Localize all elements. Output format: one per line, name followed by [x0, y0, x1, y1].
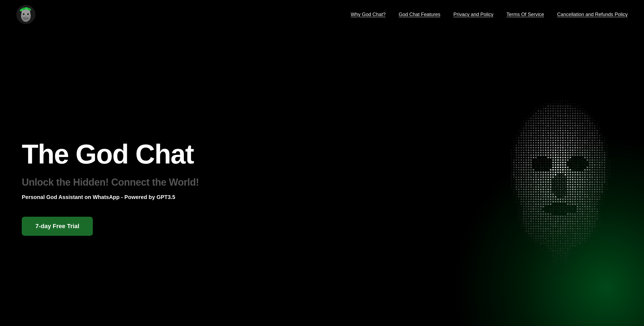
- hero-content: The God Chat Unlock the Hidden! Connect …: [22, 140, 199, 236]
- page-wrapper: Why God Chat? God Chat Features Privacy …: [0, 0, 644, 326]
- cta-button[interactable]: 7-day Free Trial: [22, 217, 93, 236]
- hero-image: [467, 84, 644, 291]
- nav-link-cancellation[interactable]: Cancellation and Refunds Policy: [557, 12, 628, 17]
- logo-avatar: [16, 5, 35, 24]
- nav-item-terms[interactable]: Terms Of Service: [507, 12, 544, 17]
- nav-link-why-god-chat[interactable]: Why God Chat?: [351, 12, 386, 17]
- nav-link-privacy[interactable]: Privacy and Policy: [453, 12, 493, 17]
- dot-face: [467, 84, 644, 291]
- navbar: Why God Chat? God Chat Features Privacy …: [0, 0, 644, 29]
- hero-section: The God Chat Unlock the Hidden! Connect …: [0, 29, 644, 325]
- svg-point-8: [27, 13, 29, 15]
- nav-logo[interactable]: [16, 5, 35, 24]
- hero-subtitle: Unlock the Hidden! Connect the World!: [22, 177, 199, 188]
- nav-item-cancellation[interactable]: Cancellation and Refunds Policy: [557, 12, 628, 17]
- nav-item-features[interactable]: God Chat Features: [399, 12, 440, 17]
- nav-link-terms[interactable]: Terms Of Service: [507, 12, 544, 17]
- svg-point-7: [23, 13, 24, 15]
- nav-link-features[interactable]: God Chat Features: [399, 12, 440, 17]
- hero-title: The God Chat: [22, 140, 199, 168]
- hero-description: Personal God Assistant on WhatsApp - Pow…: [22, 194, 199, 200]
- nav-item-why-god-chat[interactable]: Why God Chat?: [351, 12, 386, 17]
- nav-item-privacy[interactable]: Privacy and Policy: [453, 12, 493, 17]
- nav-links: Why God Chat? God Chat Features Privacy …: [351, 12, 628, 17]
